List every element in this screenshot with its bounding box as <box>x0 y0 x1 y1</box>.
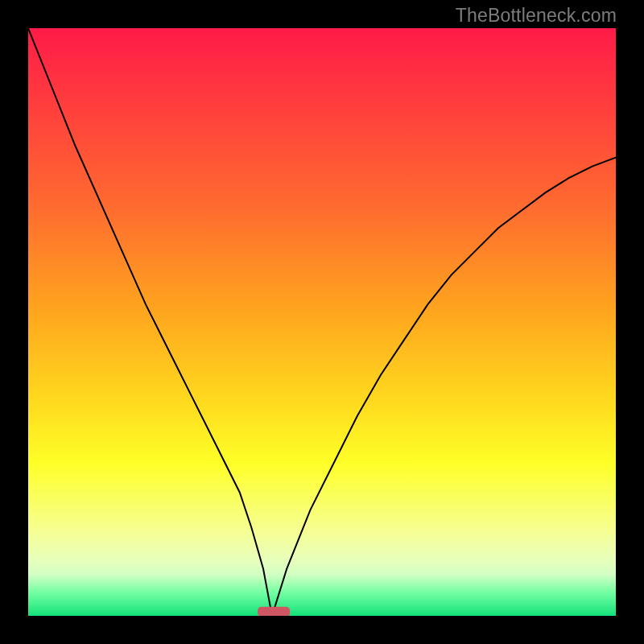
optimum-marker <box>258 607 290 616</box>
watermark-text: TheBottleneck.com <box>456 5 617 27</box>
chart-frame: TheBottleneck.com <box>0 0 644 644</box>
plot-area <box>28 28 616 616</box>
chart-svg <box>28 28 616 616</box>
gradient-background <box>28 28 616 616</box>
